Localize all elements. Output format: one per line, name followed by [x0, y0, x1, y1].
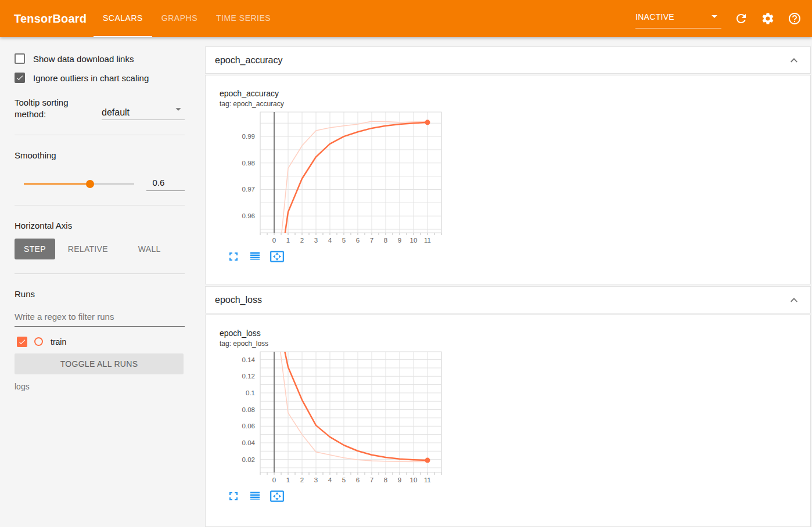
checkbox-label: Show data download links	[33, 54, 134, 64]
svg-text:11: 11	[424, 477, 431, 483]
runs-section: Runs train TOGGLE ALL RUNS logs	[15, 274, 185, 405]
axis-wall-button[interactable]: WALL	[129, 239, 170, 259]
svg-text:2: 2	[300, 237, 304, 244]
isolate-run-toggle[interactable]	[34, 337, 43, 346]
horizontal-axis-buttons: STEP RELATIVE WALL	[15, 239, 185, 259]
tooltip-sorting-dropdown[interactable]: default	[102, 103, 185, 120]
tooltip-sorting-row: Tooltip sorting method: default	[15, 97, 185, 121]
section-body-epoch-accuracy: epoch_accuracy tag: epoch_accuracy 01234…	[205, 75, 811, 284]
svg-text:9: 9	[398, 237, 401, 244]
run-checkbox-checked-icon[interactable]	[17, 337, 27, 347]
fit-domain-icon	[270, 496, 285, 506]
axis-step-button[interactable]: STEP	[15, 239, 55, 259]
chart-tag: tag: epoch_loss	[220, 340, 458, 348]
tab-graphs[interactable]: GRAPHS	[152, 0, 207, 37]
svg-text:0.02: 0.02	[242, 456, 255, 463]
collapse-section-button[interactable]	[787, 293, 801, 307]
section-title: epoch_accuracy	[215, 55, 283, 66]
svg-text:0: 0	[272, 237, 276, 244]
settings-button[interactable]	[761, 12, 775, 26]
svg-text:0.14: 0.14	[242, 356, 256, 363]
svg-text:0.98: 0.98	[242, 160, 255, 167]
log-scale-icon	[248, 495, 262, 505]
svg-text:9: 9	[398, 477, 401, 483]
general-settings-section: Show data download links Ignore outliers…	[15, 53, 185, 135]
svg-text:0.97: 0.97	[242, 186, 255, 193]
log-scale-icon	[248, 255, 262, 265]
checkbox-label: Ignore outliers in chart scaling	[33, 73, 149, 83]
chart-tag: tag: epoch_accuracy	[220, 100, 458, 108]
ignore-outliers-checkbox-row[interactable]: Ignore outliers in chart scaling	[15, 73, 185, 83]
toggle-all-runs-button[interactable]: TOGGLE ALL RUNS	[15, 353, 184, 374]
svg-text:6: 6	[356, 237, 360, 244]
svg-text:0.99: 0.99	[242, 133, 255, 140]
help-icon	[788, 17, 802, 27]
tooltip-sorting-label: Tooltip sorting method:	[15, 97, 102, 121]
runs-label: Runs	[15, 274, 185, 299]
slider-fill	[24, 183, 90, 185]
line-chart-epoch-loss[interactable]: 012345678910110.020.040.060.080.10.120.1…	[220, 349, 451, 486]
collapse-section-button[interactable]	[787, 53, 801, 67]
reload-status-select[interactable]: INACTIVE	[635, 9, 721, 28]
svg-text:6: 6	[356, 477, 360, 483]
axis-relative-button[interactable]: RELATIVE	[59, 239, 117, 259]
log-scale-button[interactable]	[248, 250, 262, 264]
tooltip-sorting-value: default	[102, 107, 130, 118]
log-scale-button[interactable]	[248, 489, 262, 503]
smoothing-value-input[interactable]: 0.6	[146, 178, 185, 191]
run-name: train	[51, 337, 66, 346]
svg-text:1: 1	[286, 477, 290, 483]
svg-text:0.06: 0.06	[242, 423, 255, 429]
svg-text:5: 5	[342, 477, 346, 483]
show-download-links-checkbox-row[interactable]: Show data download links	[15, 53, 185, 64]
tab-scalars[interactable]: SCALARS	[94, 0, 152, 37]
settings-sidebar: Show data download links Ignore outliers…	[0, 37, 205, 527]
svg-text:7: 7	[370, 237, 373, 244]
expand-icon	[227, 255, 240, 265]
scalar-chart-card: epoch_loss tag: epoch_loss 0123456789101…	[220, 329, 458, 504]
expand-chart-button[interactable]	[227, 489, 240, 503]
runs-filter-input[interactable]	[15, 312, 185, 327]
svg-text:2: 2	[300, 477, 304, 483]
log-directory-label: logs	[15, 382, 185, 391]
horizontal-axis-label: Horizontal Axis	[15, 205, 185, 230]
tab-time-series[interactable]: TIME SERIES	[207, 0, 280, 37]
section-title: epoch_loss	[215, 295, 262, 305]
section-body-epoch-loss: epoch_loss tag: epoch_loss 0123456789101…	[205, 315, 811, 527]
svg-text:8: 8	[384, 237, 387, 244]
dashboard-content: epoch_accuracy epoch_accuracy tag: epoch…	[205, 37, 812, 527]
section-header-epoch-loss[interactable]: epoch_loss	[205, 286, 811, 313]
svg-text:0.1: 0.1	[246, 389, 255, 396]
chart-toolbar	[220, 489, 458, 504]
refresh-icon	[734, 17, 748, 27]
svg-text:5: 5	[342, 237, 346, 244]
svg-text:4: 4	[328, 237, 332, 244]
section-header-epoch-accuracy[interactable]: epoch_accuracy	[205, 46, 811, 74]
chart-title: epoch_loss	[220, 329, 458, 338]
expand-chart-button[interactable]	[227, 250, 240, 264]
checkbox-checked-icon[interactable]	[15, 73, 25, 83]
svg-text:3: 3	[314, 477, 318, 483]
help-button[interactable]	[788, 12, 802, 26]
smoothing-slider-row: 0.6	[15, 178, 185, 191]
svg-text:0.04: 0.04	[242, 439, 256, 446]
svg-text:7: 7	[370, 477, 373, 483]
gear-icon	[761, 17, 775, 27]
smoothing-section: Smoothing 0.6	[15, 135, 185, 205]
slider-thumb[interactable]	[86, 180, 94, 188]
smoothing-label: Smoothing	[15, 135, 185, 160]
fit-domain-button[interactable]	[270, 249, 285, 264]
fit-domain-icon	[270, 256, 285, 266]
fit-domain-button[interactable]	[270, 489, 285, 504]
chevron-up-icon	[787, 299, 801, 309]
horizontal-axis-section: Horizontal Axis STEP RELATIVE WALL	[15, 205, 185, 274]
caret-down-icon	[172, 103, 185, 118]
svg-text:3: 3	[314, 237, 318, 244]
svg-text:0.08: 0.08	[242, 406, 255, 413]
refresh-button[interactable]	[734, 12, 748, 26]
checkbox-unchecked-icon[interactable]	[15, 53, 25, 64]
svg-text:10: 10	[410, 237, 418, 244]
reload-status-label: INACTIVE	[635, 12, 674, 21]
smoothing-slider[interactable]	[24, 180, 134, 188]
line-chart-epoch-accuracy[interactable]: 012345678910110.960.970.980.99	[220, 110, 451, 247]
